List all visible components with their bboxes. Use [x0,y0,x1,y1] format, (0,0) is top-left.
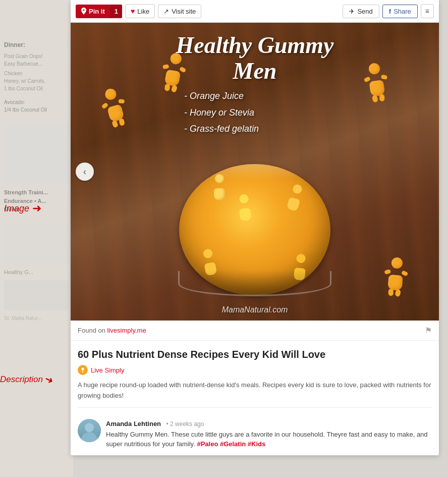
toolbar-right-actions: ✈ Send f Share ≡ [343,4,434,18]
ingredients-list: - Orange Juice - Honey or Stevia - Grass… [154,88,356,137]
watermark-text: MamaNatural.com [222,305,288,314]
comment-content: Amanda Lehtinen • 2 weeks ago Healthy Gu… [106,419,432,449]
pinit-count: 1 [110,5,122,18]
facebook-icon: f [389,8,391,15]
pin-title: 60 Plus Nutrient Dense Recipes Every Kid… [78,348,432,361]
svg-point-1 [82,368,84,370]
like-button[interactable]: ♥ Like [125,4,155,18]
gummy-man-4 [382,256,410,291]
external-link-icon: ↗ [163,8,169,15]
gummy-bowl [174,154,335,300]
pin-dot-icon [79,366,86,374]
description-annotation: Description ➜ [0,374,53,386]
source-bar: Found on livesimply.me ⚑ [71,321,439,341]
more-options-button[interactable]: ≡ [421,4,434,18]
commenter-avatar [78,419,101,442]
source-text: Found on livesimply.me [78,327,146,334]
image-annotation-label: Image [4,203,29,214]
image-annotation: Image ➜ [4,202,41,215]
flag-icon[interactable]: ⚑ [425,326,432,335]
found-on-label: Found on [78,327,105,334]
image-title-overlay: Healthy Gummy Men - Orange Juice - Honey… [154,33,356,137]
pin-description-text: A huge recipe round-up loaded with nutri… [78,380,432,408]
image-annotation-arrow: ➜ [32,202,41,215]
share-label: Share [394,8,411,15]
gummy-man-3 [361,62,391,97]
pinit-button[interactable]: Pin it 1 [76,5,122,18]
share-facebook-button[interactable]: f Share [382,5,418,18]
visit-site-button[interactable]: ↗ Visit site [158,5,201,18]
ingredient-2: - Honey or Stevia [184,104,356,121]
pin-source-name[interactable]: Live Simply [91,366,124,374]
description-area: 60 Plus Nutrient Dense Recipes Every Kid… [71,341,439,413]
pinit-text: Pin it [89,8,105,15]
description-annotation-label: Description [0,375,43,385]
image-title-text: Healthy Gummy Men [176,32,333,84]
comment-time-text: 2 weeks ago [170,420,204,428]
chevron-left-icon: ‹ [83,167,86,177]
comment-hashtags: #Paleo #Gelatin #Kids [197,440,265,448]
main-pin-card: Pin it 1 ♥ Like ↗ Visit site ✈ Send f Sh… [71,0,439,455]
more-icon: ≡ [425,7,429,15]
commenter-name[interactable]: Amanda Lehtinen [106,420,161,428]
visit-label: Visit site [172,8,196,15]
comment-section: Amanda Lehtinen • 2 weeks ago Healthy Gu… [71,413,439,455]
comment-body: Healthy Gummy Men. These cute little guy… [106,431,428,448]
pin-image-container: ‹ Healthy Gummy Men - Orange Juice - Hon… [71,23,439,321]
source-site-icon [78,365,88,375]
ingredient-1: - Orange Juice [184,88,356,104]
send-label: Send [357,8,372,15]
comment-text: Healthy Gummy Men. These cute little guy… [106,430,432,449]
background-left-panel: Dinner: Post Grain Oops!Easy Barbecue...… [0,0,73,477]
ingredient-3: - Grass-fed gelatin [184,121,356,137]
pinit-label: Pin it [76,5,110,18]
toolbar: Pin it 1 ♥ Like ↗ Visit site ✈ Send f Sh… [71,0,439,23]
prev-nav-button[interactable]: ‹ [76,163,94,181]
heart-icon: ♥ [131,7,135,15]
pin-icon [81,8,87,15]
pin-source-info: Live Simply [78,365,432,375]
background-text: Dinner: Post Grain Oops!Easy Barbecue...… [0,0,73,322]
source-domain-link[interactable]: livesimply.me [107,327,146,334]
like-label: Like [137,8,149,15]
send-icon: ✈ [349,8,355,15]
pin-image: Healthy Gummy Men - Orange Juice - Honey… [71,23,439,321]
comment-item: Amanda Lehtinen • 2 weeks ago Healthy Gu… [78,419,432,449]
comment-time: • 2 weeks ago [166,420,204,428]
image-watermark: MamaNatural.com [222,305,288,314]
send-button[interactable]: ✈ Send [343,5,379,18]
